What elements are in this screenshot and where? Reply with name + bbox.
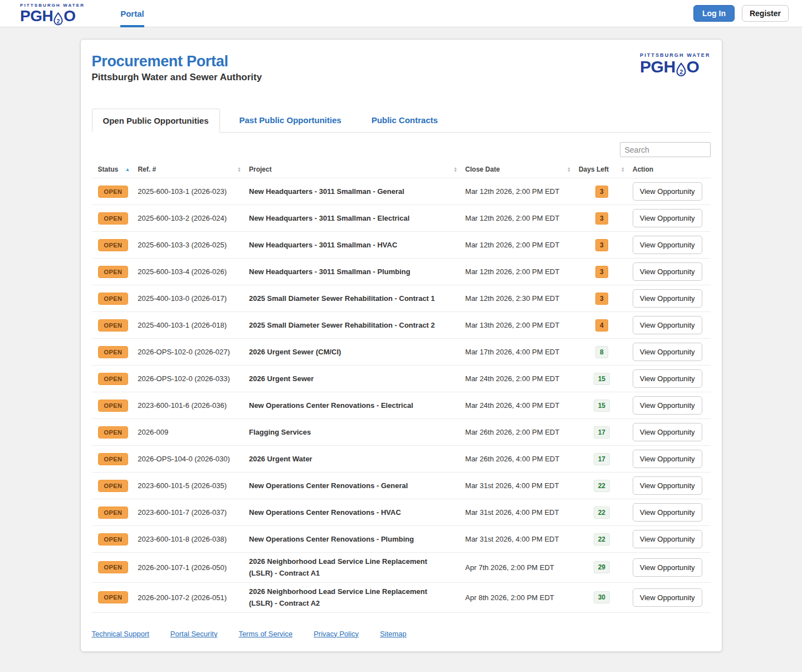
page-subtitle: Pittsburgh Water and Sewer Authority [92,72,262,83]
tab-open-public-opportunities[interactable]: Open Public Opportunities [92,109,220,133]
close-date: Apr 8th 2026, 2:00 PM EDT [465,593,579,602]
status-badge: OPEN [98,533,129,546]
footer-link-sitemap[interactable]: Sitemap [380,630,407,638]
table-row: OPEN 2026-009 Flagging Services Mar 26th… [92,418,711,445]
days-left-badge: 3 [595,266,608,278]
close-date: Mar 12th 2026, 2:00 PM EDT [465,267,579,276]
view-opportunity-button[interactable]: View Opportunity [633,343,702,361]
close-date: Mar 17th 2026, 4:00 PM EDT [465,348,579,356]
view-opportunity-button[interactable]: View Opportunity [633,396,702,415]
ref-number: 2025-600-103-2 (2026-024) [138,214,249,222]
days-left-badge: 17 [594,426,610,439]
sort-icon[interactable]: ▲▼ [567,167,571,172]
close-date: Mar 24th 2026, 4:00 PM EDT [465,401,579,410]
status-badge: OPEN [98,400,129,412]
view-opportunity-button[interactable]: View Opportunity [633,209,702,227]
column-header-action[interactable]: Action [633,165,711,173]
table-row: OPEN 2026-200-107-1 (2026-050) 2026 Neig… [92,552,711,582]
view-opportunity-button[interactable]: View Opportunity [633,316,702,334]
column-header-close[interactable]: Close Date ▲▼ [465,165,579,173]
days-left-badge: 29 [594,561,610,573]
ref-number: 2025-600-103-1 (2026-023) [138,187,249,196]
project-name: 2025 Small Diameter Sewer Rehabilitation… [249,319,465,331]
view-opportunity-button[interactable]: View Opportunity [633,503,702,522]
status-badge: OPEN [98,346,129,358]
column-header-status[interactable]: Status ▲ [92,165,138,173]
table-row: OPEN 2023-600-101-7 (2026-037) New Opera… [92,499,711,525]
close-date: Mar 13th 2026, 2:00 PM EDT [465,321,579,329]
view-opportunity-button[interactable]: View Opportunity [633,423,702,441]
ref-number: 2026-200-107-1 (2026-050) [138,563,249,572]
ref-number: 2026-009 [138,428,249,436]
days-left-badge: 3 [595,186,608,198]
column-header-project[interactable]: Project ▲▼ [249,165,465,173]
opportunities-table: Status ▲ Ref. # ▲▼ Project ▲▼ Close Date… [92,161,711,613]
close-date: Mar 12th 2026, 2:30 PM EDT [465,294,579,303]
project-name: New Operations Center Renovations - HVAC [249,507,465,518]
footer-link-technical-support[interactable]: Technical Support [92,630,149,638]
close-date: Apr 7th 2026, 2:00 PM EDT [465,563,579,572]
pgh2o-logo: PITTSBURGH WATER PGH2O [640,53,710,75]
project-name: New Headquarters - 3011 Smallman - Elect… [249,212,465,224]
ref-number: 2026-OPS-102-0 (2026-027) [138,348,249,356]
sort-icon[interactable]: ▲▼ [453,167,457,172]
register-button[interactable]: Register [742,5,789,22]
status-badge: OPEN [98,239,129,251]
sort-icon[interactable]: ▲▼ [237,167,241,172]
column-header-label: Ref. # [138,165,156,173]
footer-link-terms-of-service[interactable]: Terms of Service [238,630,292,638]
footer-link-privacy-policy[interactable]: Privacy Policy [314,630,359,638]
table-row: OPEN 2025-600-103-2 (2026-024) New Headq… [92,204,711,231]
sort-ascending-icon[interactable]: ▲ [125,167,130,172]
tab-past-public-opportunities[interactable]: Past Public Opportunities [229,109,352,133]
pgh2o-logo: PITTSBURGH WATER PGH2O [20,3,85,24]
search-input[interactable] [620,142,711,157]
status-badge: OPEN [98,212,129,225]
view-opportunity-button[interactable]: View Opportunity [633,182,702,201]
close-date: Mar 12th 2026, 2:00 PM EDT [465,187,579,196]
column-header-days[interactable]: Days Left ▲▼ [579,165,633,173]
footer-links: Technical Support Portal Security Terms … [92,630,711,638]
view-opportunity-button[interactable]: View Opportunity [633,369,702,388]
column-header-label: Days Left [579,165,609,173]
days-left-badge: 3 [595,293,608,305]
view-opportunity-button[interactable]: View Opportunity [633,236,702,254]
close-date: Mar 26th 2026, 2:00 PM EDT [465,428,579,436]
view-opportunity-button[interactable]: View Opportunity [633,450,702,468]
view-opportunity-button[interactable]: View Opportunity [633,558,702,577]
top-navbar: PITTSBURGH WATER PGH2O Portal Log In Reg… [0,0,802,27]
brand-wordmark: PGH2O [640,59,710,75]
status-badge: OPEN [98,591,129,603]
tab-public-contracts[interactable]: Public Contracts [361,109,448,133]
column-header-ref[interactable]: Ref. # ▲▼ [138,165,249,173]
view-opportunity-button[interactable]: View Opportunity [633,476,702,495]
column-header-label: Close Date [465,165,500,173]
nav-portal-link[interactable]: Portal [120,0,144,27]
view-opportunity-button[interactable]: View Opportunity [633,530,702,548]
table-row: OPEN 2026-OPS-102-0 (2026-033) 2026 Urge… [92,365,711,392]
status-badge: OPEN [98,266,129,278]
table-row: OPEN 2026-200-107-2 (2026-051) 2026 Neig… [92,582,711,612]
project-name: 2026 Urgent Water [249,453,465,465]
table-row: OPEN 2025-400-103-1 (2026-018) 2025 Smal… [92,311,711,338]
view-opportunity-button[interactable]: View Opportunity [633,289,702,308]
project-name: New Headquarters - 3011 Smallman - HVAC [249,239,465,251]
sort-icon[interactable]: ▲▼ [621,167,625,172]
ref-number: 2026-OPS-102-0 (2026-033) [138,374,249,383]
days-left-badge: 3 [595,212,608,225]
table-row: OPEN 2025-600-103-4 (2026-026) New Headq… [92,258,711,285]
close-date: Mar 31st 2026, 4:00 PM EDT [465,535,579,543]
ref-number: 2025-600-103-4 (2026-026) [138,267,249,276]
column-header-label: Action [633,165,653,173]
footer-link-portal-security[interactable]: Portal Security [170,630,218,638]
status-badge: OPEN [98,507,129,519]
project-name: New Headquarters - 3011 Smallman - Gener… [249,186,465,197]
view-opportunity-button[interactable]: View Opportunity [633,262,702,281]
login-button[interactable]: Log In [693,5,735,22]
days-left-badge: 15 [594,373,610,385]
table-row: OPEN 2023-600-101-6 (2026-036) New Opera… [92,392,711,418]
days-left-badge: 15 [594,400,610,412]
view-opportunity-button[interactable]: View Opportunity [633,588,702,607]
project-name: New Operations Center Renovations - Gene… [249,480,465,491]
ref-number: 2023-600-101-7 (2026-037) [138,508,249,517]
